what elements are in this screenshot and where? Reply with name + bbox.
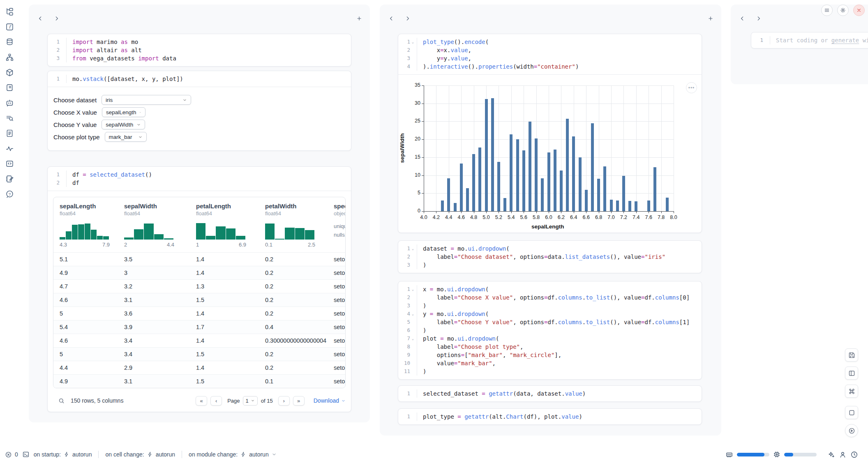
page-select[interactable]: 1 [243, 396, 258, 406]
table-cell: 4.4 [53, 364, 118, 371]
code-editor[interactable]: 1df = selected_dataset()2df [48, 167, 351, 191]
column-header[interactable]: sepalLengthfloat644.37.9 [53, 197, 118, 252]
file-tree-icon[interactable] [5, 7, 14, 16]
ai-sparkles-icon[interactable] [827, 451, 835, 459]
dropdown-select[interactable]: mark_bar [105, 132, 147, 142]
chart-bar [472, 154, 475, 211]
shutdown-button[interactable] [853, 5, 865, 16]
table-cell: 1.4 [190, 364, 259, 371]
code-editor[interactable]: 1selected_dataset = getattr(data, datase… [398, 386, 702, 401]
table-cell: setosa [328, 270, 346, 276]
first-page-button[interactable]: « [196, 396, 207, 406]
terminal-button[interactable] [22, 451, 30, 458]
column-prev-button[interactable] [387, 14, 395, 23]
x-tick-label: 7.4 [629, 214, 643, 220]
table-cell: 3.1 [118, 297, 190, 303]
column-header[interactable]: petalWidthfloat640.12.5 [259, 197, 328, 252]
logs-search-icon[interactable] [5, 113, 14, 123]
error-indicator[interactable]: 0 [5, 451, 18, 458]
table-cell: 1.5 [190, 297, 259, 303]
run-button[interactable] [845, 424, 858, 437]
chart-bar [460, 164, 463, 211]
save-button[interactable] [845, 348, 858, 362]
dependency-graph-icon[interactable] [5, 52, 14, 62]
code-line: 8 label="Choose plot type", [398, 343, 702, 351]
code-editor[interactable]: 1⌄plot_type().encode(2 x=x.value,3 y=y.v… [398, 34, 702, 74]
cell-dataframe: 1df = selected_dataset()2df sepalLengthf… [47, 166, 351, 412]
settings-button[interactable] [837, 5, 849, 16]
documentation-scroll-icon[interactable] [5, 83, 14, 92]
chart-bar [522, 150, 525, 211]
cpu-icon [773, 451, 780, 458]
column-prev-button[interactable] [738, 14, 746, 23]
next-page-button[interactable]: › [278, 396, 290, 406]
add-cell-button[interactable] [706, 14, 715, 23]
column-meta: unique:nulls: [334, 222, 346, 239]
chat-icon[interactable] [5, 98, 14, 108]
dropdown-select[interactable]: sepalLength [102, 107, 145, 117]
code-output-icon[interactable] [5, 159, 14, 168]
code-editor[interactable]: 1plot_type = getattr(alt.Chart(df), plot… [398, 409, 702, 424]
snippets-icon[interactable] [5, 128, 14, 138]
column-header[interactable]: petalLengthfloat6416.9 [190, 197, 259, 252]
code-editor[interactable]: 1⌄x = mo.ui.dropdown(2 label="Choose X v… [398, 281, 702, 379]
status-bar: 0 on startup: autorun on cell change: au… [0, 448, 868, 461]
chart-bar [585, 190, 588, 211]
command-icon [848, 388, 855, 395]
table-cell: 3.2 [118, 283, 190, 290]
table-cell: 0.2 [259, 270, 328, 276]
download-button[interactable]: Download [314, 397, 346, 404]
table-cell: 1.4 [190, 256, 259, 263]
x-tick-label: 7.6 [642, 214, 656, 220]
clock-icon[interactable] [850, 451, 858, 459]
on-module-change-setting[interactable]: on module change: autorun [189, 451, 277, 458]
scratchpad-icon[interactable] [5, 174, 14, 184]
dropdown-select[interactable]: iris [102, 95, 191, 105]
column-next-button[interactable] [404, 14, 412, 23]
code-line: 1⌄plot_type().encode( [398, 38, 702, 46]
table-cell: setosa [328, 337, 346, 344]
code-editor[interactable]: 1mo.vstack([dataset, x, y, plot]) [48, 71, 351, 87]
chart-bar [447, 178, 450, 211]
bar-chart[interactable]: 4.04.24.44.64.85.05.25.45.65.86.06.26.46… [398, 75, 702, 233]
column-header[interactable]: sepalWidthfloat6424.4 [118, 197, 190, 252]
table-cell: 3.5 [118, 256, 190, 263]
on-startup-setting[interactable]: on startup: autorun [34, 451, 92, 458]
column-histogram [196, 220, 245, 240]
generate-link[interactable]: generate [831, 37, 859, 44]
user-icon[interactable] [839, 451, 847, 459]
packages-icon[interactable] [5, 67, 14, 77]
menu-button[interactable] [821, 5, 833, 16]
functions-icon[interactable]: f [5, 22, 14, 32]
dropdown-select[interactable]: sepalWidth [102, 120, 145, 129]
code-editor[interactable]: 1 Start coding or generate with AI [751, 32, 868, 48]
layout-select-button[interactable] [845, 366, 858, 380]
search-icon[interactable] [58, 397, 65, 404]
code-editor[interactable]: 1⌄dataset = mo.ui.dropdown(2 label="Choo… [398, 241, 702, 273]
add-cell-button[interactable] [355, 14, 363, 23]
table-header: sepalLengthfloat644.37.9sepalWidthfloat6… [53, 197, 345, 252]
column-next-button[interactable] [53, 14, 61, 23]
on-cell-change-setting[interactable]: on cell change: autorun [105, 451, 175, 458]
chart-options-button[interactable]: ••• [686, 82, 697, 93]
cell-dataset-dropdown: 1⌄dataset = mo.ui.dropdown(2 label="Choo… [398, 240, 702, 273]
help-icon[interactable]: ? [5, 189, 14, 199]
code-line: 2 label="Choose X value", options=df.col… [398, 293, 702, 302]
keyboard-shortcuts-button[interactable] [845, 385, 858, 398]
minimap-button[interactable] [845, 406, 858, 419]
column-header[interactable]: speciesobjectunique:nulls: [328, 197, 346, 252]
prev-page-button[interactable]: ‹ [210, 396, 222, 406]
datasources-icon[interactable] [5, 37, 14, 47]
last-page-button[interactable]: » [293, 396, 305, 406]
table-cell: 3.9 [118, 324, 190, 330]
code-editor[interactable]: 1import marimo as mo2import altair as al… [48, 34, 351, 66]
tracing-icon[interactable] [5, 143, 14, 153]
code-line: 7⌄plot = mo.ui.dropdown( [398, 334, 702, 343]
x-tick-label: 5.6 [517, 214, 531, 220]
column-next-button[interactable] [755, 14, 763, 23]
table-footer: 150 rows, 5 columns « ‹ Page 1 of 15 › »… [53, 393, 346, 408]
column-prev-button[interactable] [36, 14, 44, 23]
table-cell: 0.1 [259, 378, 328, 385]
table-row: 53.41.50.2setosa [53, 347, 345, 361]
dataframe-table: sepalLengthfloat644.37.9sepalWidthfloat6… [53, 197, 346, 388]
